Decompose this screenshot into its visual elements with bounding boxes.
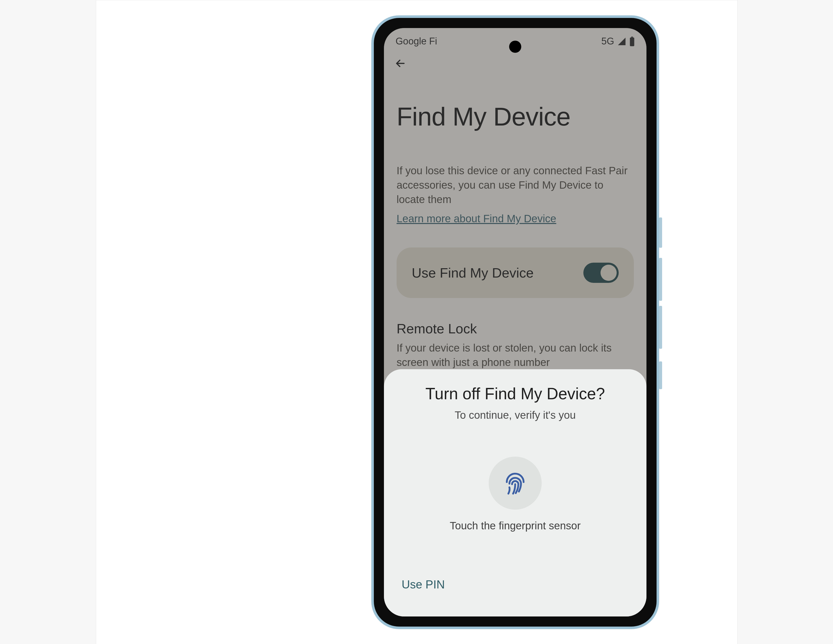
- fingerprint-hint: Touch the fingerprint sensor: [450, 520, 581, 532]
- use-pin-button[interactable]: Use PIN: [402, 578, 445, 591]
- sheet-subtitle: To continue, verify it's you: [455, 409, 576, 421]
- side-button: [659, 217, 662, 248]
- volume-up-button: [659, 258, 662, 301]
- volume-down-button: [659, 306, 662, 349]
- verify-identity-sheet: Turn off Find My Device? To continue, ve…: [384, 369, 646, 617]
- screen: Google Fi 5G: [384, 28, 646, 617]
- fingerprint-sensor[interactable]: [489, 457, 542, 510]
- sheet-title: Turn off Find My Device?: [425, 385, 605, 403]
- phone-frame: Google Fi 5G: [371, 15, 659, 629]
- power-button: [659, 361, 662, 389]
- fingerprint-icon: [503, 470, 528, 496]
- front-camera: [509, 41, 521, 53]
